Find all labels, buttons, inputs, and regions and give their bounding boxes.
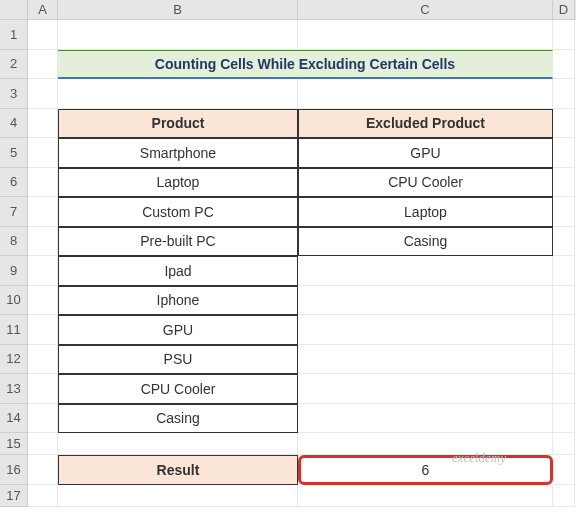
cell-D3[interactable] [553,79,575,109]
cell-D17[interactable] [553,485,575,507]
cell-A10[interactable] [28,286,58,316]
cell-D1[interactable] [553,20,575,50]
cell-A16[interactable] [28,455,58,485]
cell-C11[interactable] [298,315,553,345]
product-cell[interactable]: CPU Cooler [58,374,298,404]
cell-B1[interactable] [58,20,298,50]
product-cell[interactable]: Ipad [58,256,298,286]
col-header-A[interactable]: A [28,0,58,20]
cell-D6[interactable] [553,168,575,198]
cell-D11[interactable] [553,315,575,345]
cell-C12[interactable] [298,345,553,375]
cell-B17[interactable] [58,485,298,507]
cell-D4[interactable] [553,109,575,139]
excluded-cell[interactable]: GPU [298,138,553,168]
cell-C10[interactable] [298,286,553,316]
cell-C14[interactable] [298,404,553,434]
row-header-16[interactable]: 16 [0,455,28,485]
cell-C3[interactable] [298,79,553,109]
row-header-9[interactable]: 9 [0,256,28,286]
cell-D13[interactable] [553,374,575,404]
cell-D16[interactable] [553,455,575,485]
cell-D14[interactable] [553,404,575,434]
cell-A5[interactable] [28,138,58,168]
row-header-14[interactable]: 14 [0,404,28,434]
product-cell[interactable]: Casing [58,404,298,434]
header-product[interactable]: Product [58,109,298,139]
cell-A17[interactable] [28,485,58,507]
row-header-8[interactable]: 8 [0,227,28,257]
row-header-2[interactable]: 2 [0,50,28,80]
cell-A7[interactable] [28,197,58,227]
col-header-D[interactable]: D [553,0,575,20]
row-header-10[interactable]: 10 [0,286,28,316]
result-label[interactable]: Result [58,455,298,485]
row-header-6[interactable]: 6 [0,168,28,198]
cell-A11[interactable] [28,315,58,345]
excluded-cell[interactable]: Casing [298,227,553,257]
row-header-3[interactable]: 3 [0,79,28,109]
product-cell[interactable]: GPU [58,315,298,345]
col-header-B[interactable]: B [58,0,298,20]
product-cell[interactable]: PSU [58,345,298,375]
cell-A4[interactable] [28,109,58,139]
cell-C13[interactable] [298,374,553,404]
cell-A1[interactable] [28,20,58,50]
cell-A15[interactable] [28,433,58,455]
excluded-cell[interactable]: CPU Cooler [298,168,553,198]
excluded-cell[interactable]: Laptop [298,197,553,227]
product-cell[interactable]: Laptop [58,168,298,198]
cell-D7[interactable] [553,197,575,227]
row-header-7[interactable]: 7 [0,197,28,227]
cell-D5[interactable] [553,138,575,168]
cell-D9[interactable] [553,256,575,286]
row-header-13[interactable]: 13 [0,374,28,404]
cell-A14[interactable] [28,404,58,434]
cell-D10[interactable] [553,286,575,316]
spreadsheet-grid: A B C D 1 2 Counting Cells While Excludi… [0,0,576,507]
column-headers: A B C D [0,0,576,20]
cell-D15[interactable] [553,433,575,455]
row-header-4[interactable]: 4 [0,109,28,139]
cell-C9[interactable] [298,256,553,286]
cell-B15[interactable] [58,433,298,455]
cell-A9[interactable] [28,256,58,286]
cell-C17[interactable] [298,485,553,507]
cell-A6[interactable] [28,168,58,198]
cell-D2[interactable] [553,50,575,80]
row-header-11[interactable]: 11 [0,315,28,345]
select-all-corner[interactable] [0,0,28,20]
result-value[interactable]: 6 [298,455,553,485]
row-header-15[interactable]: 15 [0,433,28,455]
cell-A8[interactable] [28,227,58,257]
product-cell[interactable]: Smartphone [58,138,298,168]
cell-D12[interactable] [553,345,575,375]
col-header-C[interactable]: C [298,0,553,20]
product-cell[interactable]: Pre-built PC [58,227,298,257]
cell-A2[interactable] [28,50,58,80]
cell-A13[interactable] [28,374,58,404]
header-excluded[interactable]: Excluded Product [298,109,553,139]
title-banner[interactable]: Counting Cells While Excluding Certain C… [58,50,553,80]
cell-B3[interactable] [58,79,298,109]
cell-C15[interactable] [298,433,553,455]
row-header-1[interactable]: 1 [0,20,28,50]
row-header-12[interactable]: 12 [0,345,28,375]
cell-A3[interactable] [28,79,58,109]
product-cell[interactable]: Iphone [58,286,298,316]
product-cell[interactable]: Custom PC [58,197,298,227]
cell-A12[interactable] [28,345,58,375]
row-header-17[interactable]: 17 [0,485,28,507]
cell-C1[interactable] [298,20,553,50]
row-header-5[interactable]: 5 [0,138,28,168]
cell-D8[interactable] [553,227,575,257]
